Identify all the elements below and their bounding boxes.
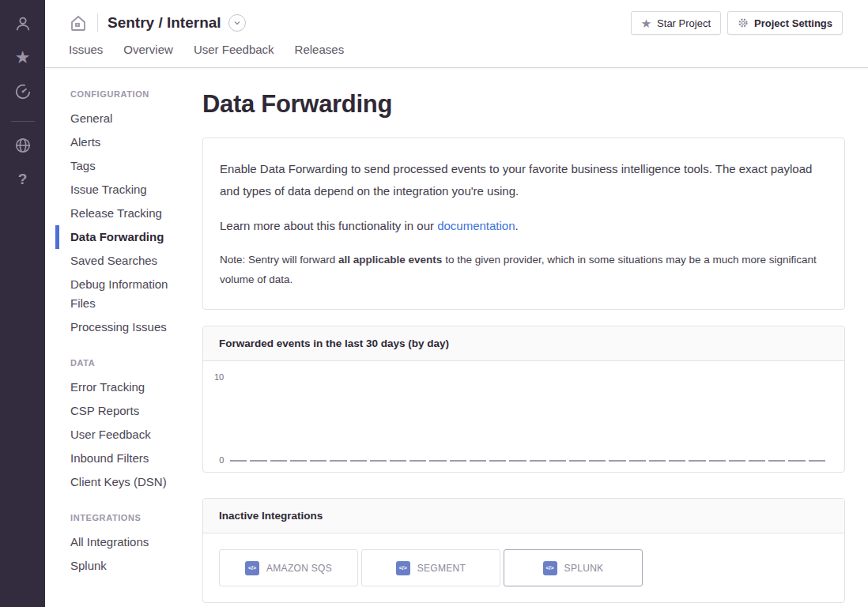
home-icon[interactable] xyxy=(69,13,88,32)
star-project-label: Star Project xyxy=(657,17,711,29)
integration-label: SEGMENT xyxy=(417,563,466,574)
chart-bar-day-29 xyxy=(788,460,805,462)
header-tab-releases[interactable]: Releases xyxy=(295,43,345,62)
history-clock-icon[interactable] xyxy=(12,81,34,103)
inactive-integrations-panel: Inactive Integrations </>AMAZON SQS</>SE… xyxy=(202,498,845,603)
code-icon: </> xyxy=(245,561,259,575)
sidebar-item-debug-information-files[interactable]: Debug Information Files xyxy=(55,273,190,315)
chart-bar-day-21 xyxy=(629,460,646,462)
chart-bar-day-3 xyxy=(270,460,287,462)
info-panel: Enable Data Forwarding to send processed… xyxy=(202,138,845,310)
chart-bar-day-11 xyxy=(429,460,446,462)
chart-bar-day-16 xyxy=(530,460,546,462)
header-tab-issues[interactable]: Issues xyxy=(69,43,103,62)
chart-bar-day-2 xyxy=(250,460,266,462)
chart-bar-day-14 xyxy=(489,460,506,462)
chart-bar-day-13 xyxy=(470,460,486,462)
sidebar-item-saved-searches[interactable]: Saved Searches xyxy=(55,249,190,273)
chart-bar-day-23 xyxy=(669,460,685,462)
documentation-link[interactable]: documentation xyxy=(437,219,515,232)
sidebar-item-splunk[interactable]: Splunk xyxy=(55,554,190,578)
chart-bar-day-8 xyxy=(370,460,387,462)
chart-bar-day-4 xyxy=(290,460,307,462)
nav-group-label-configuration: CONFIGURATION xyxy=(55,89,202,99)
settings-sidebar: CONFIGURATIONGeneralAlertsTagsIssue Trac… xyxy=(55,84,202,607)
y-axis-tick-max: 10 xyxy=(214,372,224,382)
nav-group-label-integrations: INTEGRATIONS xyxy=(55,513,202,522)
sidebar-item-user-feedback[interactable]: User Feedback xyxy=(55,423,190,447)
app-rail: ★ ? xyxy=(0,0,45,607)
chart-bar-day-27 xyxy=(749,460,765,462)
project-header: Sentry / Internal ★ Star Project xyxy=(45,0,868,68)
chart-bar-day-12 xyxy=(450,460,466,462)
breadcrumb-project-title: Sentry / Internal xyxy=(108,14,221,32)
integration-card-segment[interactable]: </>SEGMENT xyxy=(361,549,500,586)
forwarded-events-chart: 10 0 xyxy=(203,361,844,472)
settings-content: Data Forwarding Enable Data Forwarding t… xyxy=(202,84,845,607)
chart-bar-day-20 xyxy=(609,460,625,462)
chart-bars xyxy=(230,372,825,462)
chart-y-axis: 10 0 xyxy=(214,372,230,462)
main-column: Sentry / Internal ★ Star Project xyxy=(45,0,868,607)
sidebar-item-all-integrations[interactable]: All Integrations xyxy=(55,530,190,554)
rail-divider xyxy=(11,121,35,122)
chart-bar-day-6 xyxy=(330,460,346,462)
page-title: Data Forwarding xyxy=(202,90,845,119)
y-axis-tick-min: 0 xyxy=(219,455,224,465)
integration-label: AMAZON SQS xyxy=(266,563,332,574)
header-tab-user-feedback[interactable]: User Feedback xyxy=(194,43,274,62)
chart-bar-day-15 xyxy=(509,460,526,462)
star-icon[interactable]: ★ xyxy=(12,47,34,69)
chart-bar-day-30 xyxy=(809,460,825,462)
code-icon: </> xyxy=(543,561,557,575)
integration-card-amazon-sqs[interactable]: </>AMAZON SQS xyxy=(219,549,358,586)
help-icon[interactable]: ? xyxy=(12,168,34,190)
code-icon: </> xyxy=(396,561,410,575)
chart-bar-day-10 xyxy=(409,460,426,462)
settings-layout: CONFIGURATIONGeneralAlertsTagsIssue Trac… xyxy=(45,68,868,607)
chart-bar-day-24 xyxy=(689,460,705,462)
info-paragraph: Enable Data Forwarding to send processed… xyxy=(220,158,828,202)
project-settings-label: Project Settings xyxy=(754,17,832,29)
chart-bar-day-22 xyxy=(649,460,666,462)
learn-more-paragraph: Learn more about this functionality in o… xyxy=(220,215,828,237)
project-settings-button[interactable]: Project Settings xyxy=(727,11,843,35)
sidebar-item-release-tracking[interactable]: Release Tracking xyxy=(55,202,190,225)
integration-card-splunk[interactable]: </>SPLUNK xyxy=(504,549,643,586)
integration-label: SPLUNK xyxy=(564,563,604,574)
chart-bar-day-7 xyxy=(350,460,367,462)
sidebar-item-processing-issues[interactable]: Processing Issues xyxy=(55,315,190,339)
chevron-down-icon[interactable] xyxy=(228,14,246,32)
chart-bar-day-1 xyxy=(230,460,247,462)
sidebar-item-inbound-filters[interactable]: Inbound Filters xyxy=(55,447,190,470)
star-icon: ★ xyxy=(641,17,651,29)
gear-icon xyxy=(738,17,749,28)
sidebar-item-error-tracking[interactable]: Error Tracking xyxy=(55,375,190,399)
integrations-panel-title: Inactive Integrations xyxy=(203,499,844,533)
chart-bar-day-17 xyxy=(549,460,566,462)
globe-icon[interactable] xyxy=(12,134,34,156)
chart-bar-day-19 xyxy=(589,460,606,462)
sidebar-item-client-keys-dsn[interactable]: Client Keys (DSN) xyxy=(55,470,190,494)
sidebar-item-data-forwarding[interactable]: Data Forwarding xyxy=(55,225,190,249)
sidebar-item-issue-tracking[interactable]: Issue Tracking xyxy=(55,178,190,202)
nav-group-label-data: DATA xyxy=(55,358,202,368)
sidebar-item-alerts[interactable]: Alerts xyxy=(55,130,190,154)
app-window: ★ ? Sentry / Internal xyxy=(0,0,868,607)
sidebar-item-general[interactable]: General xyxy=(55,107,190,130)
chart-bar-day-25 xyxy=(709,460,726,462)
integration-cards: </>AMAZON SQS</>SEGMENT</>SPLUNK xyxy=(203,533,844,602)
sidebar-item-csp-reports[interactable]: CSP Reports xyxy=(55,399,190,423)
user-icon[interactable] xyxy=(12,13,34,35)
chart-bar-day-9 xyxy=(390,460,406,462)
chart-bar-day-18 xyxy=(569,460,586,462)
star-project-button[interactable]: ★ Star Project xyxy=(631,11,721,35)
forwarded-events-panel: Forwarded events in the last 30 days (by… xyxy=(202,326,845,473)
header-tab-overview[interactable]: Overview xyxy=(123,43,173,62)
note-paragraph: Note: Sentry will forward all applicable… xyxy=(220,250,828,289)
breadcrumb-divider xyxy=(97,13,98,32)
chart-bar-day-5 xyxy=(310,460,326,462)
sidebar-item-tags[interactable]: Tags xyxy=(55,154,190,178)
chart-bar-day-26 xyxy=(729,460,745,462)
chart-panel-title: Forwarded events in the last 30 days (by… xyxy=(203,326,844,361)
